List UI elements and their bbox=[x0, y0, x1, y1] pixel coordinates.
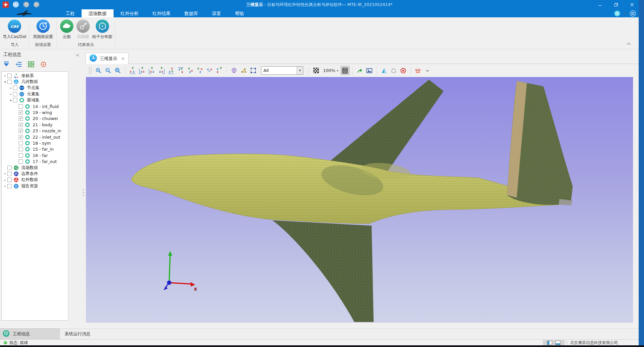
tree-item-face-set[interactable]: ▾面域集 bbox=[2, 97, 68, 103]
tree-expander-icon[interactable]: ▸ bbox=[3, 172, 7, 175]
tab-close-icon[interactable]: × bbox=[121, 56, 125, 61]
clear-button[interactable] bbox=[399, 66, 408, 75]
redo-icon[interactable] bbox=[33, 1, 40, 8]
menu-tab-database[interactable]: 数据库 bbox=[177, 9, 205, 17]
tree-expander-icon[interactable]: ▸ bbox=[3, 74, 7, 77]
close-button[interactable] bbox=[627, 1, 637, 9]
view-top-button[interactable]: xzY bbox=[166, 66, 176, 75]
tree-checkbox-int-fluid[interactable] bbox=[19, 104, 23, 109]
tree-checkbox-node-set[interactable] bbox=[13, 86, 17, 90]
molecule-button[interactable] bbox=[239, 66, 248, 75]
grid-toggle-button[interactable] bbox=[340, 66, 350, 75]
tree-checkbox-wing[interactable]: ✓ bbox=[19, 110, 23, 115]
menu-tab-flow-field-data[interactable]: 流场数据 bbox=[82, 9, 114, 17]
viewport-3d[interactable]: X bbox=[86, 77, 633, 323]
view-right-button[interactable]: Yzx bbox=[157, 66, 166, 75]
panel-tool-outline[interactable] bbox=[14, 60, 23, 69]
tree-expander-icon[interactable]: ▸ bbox=[9, 86, 13, 90]
tree-checkbox-far-in[interactable] bbox=[19, 147, 23, 151]
box-select-button[interactable] bbox=[248, 66, 258, 75]
toolbar-handle[interactable] bbox=[89, 67, 92, 74]
snapshot-button[interactable] bbox=[365, 66, 374, 75]
tree-item-inlet-out[interactable]: ✓22 - inlet_out bbox=[2, 134, 68, 140]
view-iso-3-button[interactable]: z↓x bbox=[205, 66, 214, 75]
view-bottom-button[interactable]: zYx bbox=[176, 66, 185, 75]
tree-checkbox-face-set[interactable] bbox=[13, 98, 17, 102]
package-more-button[interactable] bbox=[423, 66, 433, 75]
restore-button[interactable] bbox=[611, 1, 621, 9]
mirror-button[interactable] bbox=[379, 66, 389, 75]
tree-item-report-resources[interactable]: ▸报告资源 bbox=[2, 183, 68, 189]
display-mode-select[interactable]: All▼ bbox=[261, 66, 303, 75]
menu-tab-infrared-results[interactable]: 红外结果 bbox=[146, 9, 177, 17]
tree-item-far-in[interactable]: 15 - far_in bbox=[2, 146, 68, 152]
tree-expander-icon[interactable]: ▸ bbox=[9, 92, 13, 96]
tree-checkbox-inlet-out[interactable]: ✓ bbox=[19, 135, 23, 139]
panel-tool-filter[interactable] bbox=[2, 60, 11, 69]
ribbon-button-particle-distribution[interactable]: 粒子分布图 bbox=[92, 19, 112, 40]
tree-expander-icon[interactable]: ▸ bbox=[3, 178, 7, 182]
export-button[interactable] bbox=[355, 66, 365, 75]
media-icon[interactable] bbox=[614, 10, 620, 17]
tree-expander-icon[interactable]: ▾ bbox=[3, 80, 7, 84]
smooth-button[interactable] bbox=[389, 66, 399, 75]
tree-item-coordinate-system[interactable]: ▸Yzx坐标系 bbox=[2, 73, 68, 79]
tree-checkbox-boundary-conditions[interactable] bbox=[7, 172, 12, 176]
tree-checkbox-report-resources[interactable] bbox=[7, 184, 12, 188]
tree-expander-icon[interactable]: ▾ bbox=[9, 99, 13, 102]
tree-item-far-out[interactable]: 17 - far_out bbox=[2, 158, 68, 164]
tree-item-body[interactable]: ✓21 - body bbox=[2, 122, 68, 128]
tree-checkbox-geometry-data[interactable] bbox=[7, 80, 12, 84]
tree-checkbox-body[interactable]: ✓ bbox=[19, 123, 23, 127]
menu-tab-help[interactable]: 帮助 bbox=[228, 9, 251, 17]
view-iso-1-button[interactable]: Yxz bbox=[185, 66, 195, 75]
tree-item-int-fluid[interactable]: 14 - int_fluid bbox=[2, 103, 68, 109]
tree-checkbox-flow-field-data[interactable] bbox=[7, 166, 12, 170]
tab-view-3d[interactable]: 三维显示 × bbox=[86, 53, 129, 64]
tree-checkbox-far[interactable] bbox=[19, 153, 23, 158]
zoom-level-dropdown[interactable]: 100%▾ bbox=[323, 68, 338, 73]
undo-icon[interactable] bbox=[23, 1, 30, 8]
panel-tool-layout[interactable] bbox=[27, 60, 35, 69]
ribbon-button-contour-plot[interactable]: 云图 bbox=[60, 19, 74, 40]
zoom-fit-button[interactable] bbox=[113, 66, 123, 75]
view-iso-4-button[interactable]: zYx bbox=[214, 66, 224, 75]
menu-tab-infrared-analysis[interactable]: 红外分析 bbox=[114, 9, 146, 17]
ribbon-button-import-cas-dat[interactable]: cas导入Cas/Dat bbox=[3, 19, 26, 40]
tree-checkbox-nozzle-in[interactable]: ✓ bbox=[19, 129, 23, 133]
view-front-button[interactable]: Yxz bbox=[128, 66, 137, 75]
tree-item-geometry-data[interactable]: ▾几何数据 bbox=[2, 79, 68, 85]
ribbon-button-periodic-face-settings[interactable]: 周期面设置 bbox=[33, 19, 53, 40]
tree-item-element-set[interactable]: ▸元素集 bbox=[2, 91, 68, 97]
tree-item-sym[interactable]: 18 - sym bbox=[2, 140, 68, 146]
tree-checkbox-far-out[interactable] bbox=[19, 159, 23, 164]
panel-left-toggle-icon[interactable] bbox=[547, 341, 552, 345]
view-back-button[interactable]: Yzx bbox=[137, 66, 147, 75]
panel-collapse-button[interactable]: < bbox=[75, 52, 81, 58]
panel-tool-locate[interactable] bbox=[39, 60, 48, 69]
tree-item-wing[interactable]: ✓19 - wing bbox=[2, 109, 68, 115]
splitter-handle[interactable] bbox=[83, 189, 84, 190]
zoom-out-button[interactable] bbox=[103, 66, 113, 75]
combo-dropdown-icon[interactable]: ▼ bbox=[297, 67, 303, 74]
view-left-button[interactable]: Yxz bbox=[147, 66, 157, 75]
tree-checkbox-sym[interactable] bbox=[19, 141, 23, 145]
tree-item-flow-field-data[interactable]: 流场数据 bbox=[2, 165, 68, 171]
view-iso-2-button[interactable]: Yxz bbox=[195, 66, 205, 75]
chevron-down-icon[interactable] bbox=[623, 11, 627, 16]
tree-checkbox-element-set[interactable] bbox=[13, 92, 17, 96]
background-button[interactable] bbox=[311, 66, 321, 75]
document-icon[interactable] bbox=[12, 1, 19, 8]
tree-checkbox-coordinate-system[interactable] bbox=[7, 74, 12, 78]
minimize-button[interactable] bbox=[595, 1, 605, 9]
zoom-in-button[interactable] bbox=[94, 66, 103, 75]
tree-checkbox-chuiwei[interactable]: ✓ bbox=[19, 116, 23, 121]
tree-item-infrared-data[interactable]: ▸红外数据 bbox=[2, 177, 68, 183]
project-info-footer-button[interactable]: 工程信息 bbox=[0, 328, 60, 339]
ribbon-collapse-button[interactable] bbox=[626, 41, 631, 47]
tree-item-boundary-conditions[interactable]: ▸边界条件 bbox=[2, 171, 68, 177]
app-badge-icon[interactable] bbox=[2, 1, 9, 8]
panel-bottom-toggle-icon[interactable] bbox=[555, 341, 560, 345]
tree-item-chuiwei[interactable]: ✓20 - chuiwei bbox=[2, 116, 68, 122]
tree-expander-icon[interactable]: ▸ bbox=[3, 184, 7, 188]
